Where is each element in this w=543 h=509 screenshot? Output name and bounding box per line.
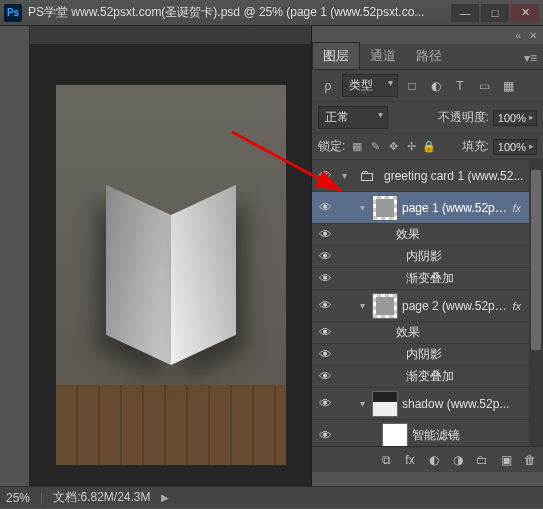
adjustment-layer-icon[interactable]: ◑ — [449, 451, 467, 469]
layer-group-row[interactable]: 👁 ▾ 🗀 greeting card 1 (www.52... — [312, 160, 543, 192]
layer-effect-inner-shadow[interactable]: 👁 内阴影 — [312, 344, 543, 366]
layer-row-page2[interactable]: 👁 ▾ page 2 (www.52ps... fx ▴ — [312, 290, 543, 322]
lock-paint-icon[interactable]: ✎ — [367, 139, 383, 155]
layer-row-shadow[interactable]: 👁 ▾ shadow (www.52p... ▴ — [312, 388, 543, 420]
panel-menu-button[interactable]: ▾≡ — [518, 47, 543, 69]
document-size: 文档:6.82M/24.3M — [53, 489, 150, 506]
visibility-toggle[interactable]: 👁 — [316, 298, 334, 313]
layers-list[interactable]: 👁 ▾ 🗀 greeting card 1 (www.52... 👁 ▾ pag… — [312, 160, 543, 446]
effect-label: 内阴影 — [406, 248, 539, 265]
blend-mode-select[interactable]: 正常 — [318, 106, 388, 129]
panel-close-icon[interactable]: ✕ — [529, 30, 537, 41]
layer-name[interactable]: shadow (www.52p... — [402, 397, 523, 411]
filter-mask-thumbnail[interactable] — [382, 423, 408, 447]
link-layers-icon[interactable]: ⧉ — [377, 451, 395, 469]
effect-label: 内阴影 — [406, 346, 539, 363]
layer-effect-inner-shadow[interactable]: 👁 内阴影 — [312, 246, 543, 268]
window-title: PS学堂 www.52psxt.com(圣诞贺卡).psd @ 25% (pag… — [28, 4, 451, 21]
maximize-button[interactable]: □ — [481, 4, 509, 22]
new-layer-icon[interactable]: ▣ — [497, 451, 515, 469]
layer-effects-row[interactable]: 👁 效果 — [312, 224, 543, 246]
visibility-toggle[interactable]: 👁 — [316, 168, 334, 183]
close-button[interactable]: ✕ — [511, 4, 539, 22]
filter-kind-select[interactable]: 类型 — [342, 74, 398, 97]
effect-label: 渐变叠加 — [406, 368, 539, 385]
lock-transparency-icon[interactable]: ▦ — [349, 139, 365, 155]
effects-label: 效果 — [396, 324, 539, 341]
expand-toggle[interactable]: ▾ — [338, 170, 350, 181]
layer-name[interactable]: greeting card 1 (www.52... — [384, 169, 539, 183]
new-group-icon[interactable]: 🗀 — [473, 451, 491, 469]
panel-collapse-icon[interactable]: « — [515, 30, 521, 41]
fill-label: 填充: — [462, 138, 489, 155]
status-bar: 25% | 文档:6.82M/24.3M ▶ — [0, 486, 543, 508]
greeting-card-graphic — [106, 215, 236, 365]
tab-layers[interactable]: 图层 — [312, 42, 360, 69]
layer-effects-row[interactable]: 👁 效果 — [312, 322, 543, 344]
visibility-toggle[interactable]: 👁 — [316, 227, 334, 242]
layer-mask-icon[interactable]: ◐ — [425, 451, 443, 469]
zoom-level[interactable]: 25% — [6, 491, 30, 505]
filter-adjust-icon[interactable]: ◐ — [426, 77, 446, 95]
lock-label: 锁定: — [318, 138, 345, 155]
minimize-button[interactable]: — — [451, 4, 479, 22]
fx-badge: fx — [512, 202, 521, 214]
expand-toggle[interactable]: ▾ — [356, 202, 368, 213]
filter-pixel-icon[interactable]: □ — [402, 77, 422, 95]
layer-name[interactable]: page 2 (www.52ps... — [402, 299, 508, 313]
visibility-toggle[interactable]: 👁 — [316, 369, 334, 384]
fx-badge: fx — [512, 300, 521, 312]
floor-graphic — [56, 385, 286, 465]
opacity-label: 不透明度: — [438, 109, 489, 126]
layer-style-icon[interactable]: fx — [401, 451, 419, 469]
expand-toggle[interactable]: ▾ — [356, 398, 368, 409]
layers-panel: « ✕ 图层 通道 路径 ▾≡ ρ 类型 □ ◐ T ▭ ▦ 正常 不透明度: … — [311, 26, 543, 486]
visibility-toggle[interactable]: 👁 — [316, 249, 334, 264]
layer-effect-gradient-overlay[interactable]: 👁 渐变叠加 — [312, 268, 543, 290]
filter-type-icon[interactable]: T — [450, 77, 470, 95]
filter-kind-icon[interactable]: ρ — [318, 77, 338, 95]
scrollbar-thumb[interactable] — [531, 170, 541, 350]
filter-shape-icon[interactable]: ▭ — [474, 77, 494, 95]
canvas-area — [30, 26, 311, 486]
tab-channels[interactable]: 通道 — [360, 43, 406, 69]
document-tab[interactable] — [30, 26, 311, 44]
vertical-toolbar — [0, 26, 30, 486]
layer-row-page1[interactable]: 👁 ▾ page 1 (www.52ps... fx ▴ — [312, 192, 543, 224]
visibility-toggle[interactable]: 👁 — [316, 396, 334, 411]
filter-smart-icon[interactable]: ▦ — [498, 77, 518, 95]
layer-effect-gradient-overlay[interactable]: 👁 渐变叠加 — [312, 366, 543, 388]
lock-position-icon[interactable]: ✥ — [385, 139, 401, 155]
lock-all-icon[interactable]: 🔒 — [421, 139, 437, 155]
smart-filter-label: 智能滤镜 — [412, 427, 539, 444]
visibility-toggle[interactable]: 👁 — [316, 325, 334, 340]
visibility-toggle[interactable]: 👁 — [316, 347, 334, 362]
lock-artboard-icon[interactable]: ✢ — [403, 139, 419, 155]
layer-smart-filter-row[interactable]: 👁 智能滤镜 — [312, 420, 543, 446]
tab-paths[interactable]: 路径 — [406, 43, 452, 69]
app-icon: Ps — [4, 4, 22, 22]
visibility-toggle[interactable]: 👁 — [316, 200, 334, 215]
layer-name[interactable]: page 1 (www.52ps... — [402, 201, 508, 215]
layer-thumbnail[interactable] — [372, 391, 398, 417]
delete-layer-icon[interactable]: 🗑 — [521, 451, 539, 469]
effect-label: 渐变叠加 — [406, 270, 539, 287]
opacity-input[interactable]: 100% — [493, 110, 537, 126]
status-menu-arrow[interactable]: ▶ — [161, 492, 169, 503]
visibility-toggle[interactable]: 👁 — [316, 271, 334, 286]
layer-thumbnail[interactable] — [372, 293, 398, 319]
visibility-toggle[interactable]: 👁 — [316, 428, 334, 443]
expand-toggle[interactable]: ▾ — [356, 300, 368, 311]
folder-icon: 🗀 — [354, 163, 380, 189]
effects-label: 效果 — [396, 226, 539, 243]
fill-input[interactable]: 100% — [493, 139, 537, 155]
document-preview[interactable] — [56, 85, 286, 465]
layer-thumbnail[interactable] — [372, 195, 398, 221]
layers-scrollbar[interactable] — [529, 160, 543, 446]
